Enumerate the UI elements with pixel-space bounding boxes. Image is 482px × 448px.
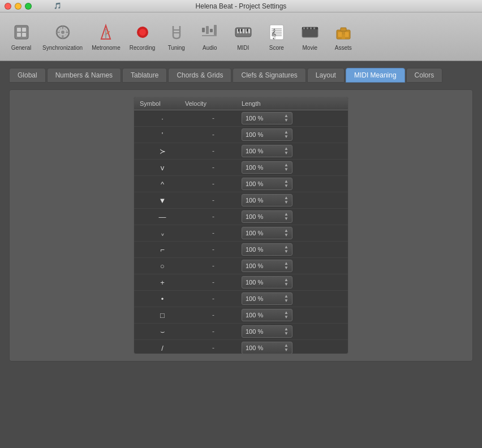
metronome-label: Metronome	[92, 45, 120, 51]
doc-icon: 🎵	[54, 2, 62, 10]
tab-midi-meaning[interactable]: MIDI Meaning	[346, 68, 405, 83]
toolbar-item-score[interactable]: 𝄞 Score	[261, 17, 292, 57]
length-select-7[interactable]: 100 % ▲▼	[242, 227, 292, 239]
toolbar-item-synchronization[interactable]: Synchronization	[39, 17, 86, 57]
length-value: 100 %	[246, 197, 263, 204]
svg-rect-45	[310, 28, 312, 29]
toolbar-item-assets[interactable]: Assets	[328, 17, 359, 57]
length-select-0[interactable]: 100 % ▲▼	[242, 112, 292, 124]
header-velocity: Velocity	[185, 100, 242, 107]
svg-rect-23	[214, 25, 217, 35]
tab-tablature[interactable]: Tablature	[122, 68, 167, 83]
stepper-arrows: ▲▼	[284, 147, 289, 156]
synchronization-icon	[53, 22, 73, 42]
title-bar: 🎵 Helena Beat - Project Settings	[0, 0, 482, 12]
stepper-arrows: ▲▼	[284, 179, 289, 188]
svg-rect-31	[238, 29, 239, 32]
midi-table: Symbol Velocity Length · - 100 % ▲▼ ' - …	[134, 97, 348, 354]
stepper-arrows: ▲▼	[284, 278, 289, 287]
length-value: 100 %	[246, 131, 263, 138]
toolbar-item-metronome[interactable]: Metronome	[88, 17, 124, 57]
table-row: ' - 100 % ▲▼	[134, 127, 348, 143]
general-label: General	[11, 45, 32, 51]
tab-clefs-signatures[interactable]: Clefs & Signatures	[233, 68, 305, 83]
length-select-1[interactable]: 100 % ▲▼	[242, 128, 292, 141]
svg-rect-1	[17, 28, 21, 32]
maximize-button[interactable]	[25, 3, 32, 10]
table-row: ⌣ - 100 % ▲▼	[134, 324, 348, 340]
stepper-arrows: ▲▼	[284, 294, 289, 303]
velocity-cell: -	[185, 278, 242, 286]
minimize-button[interactable]	[15, 3, 21, 10]
symbol-cell: /	[140, 344, 185, 352]
svg-rect-32	[241, 29, 242, 32]
length-select-3[interactable]: 100 % ▲▼	[242, 161, 292, 174]
svg-rect-30	[248, 29, 250, 33]
tab-numbers-names[interactable]: Numbers & Names	[47, 68, 121, 83]
toolbar-item-audio[interactable]: Audio	[194, 17, 225, 57]
table-row: ᵥ - 100 % ▲▼	[134, 225, 348, 242]
header-symbol: Symbol	[140, 100, 185, 107]
velocity-cell: -	[185, 213, 242, 221]
svg-rect-2	[22, 28, 26, 32]
svg-rect-51	[342, 35, 345, 39]
symbol-cell: ⌐	[140, 245, 185, 254]
table-row: ▼ - 100 % ▲▼	[134, 192, 348, 209]
velocity-cell: -	[185, 245, 242, 253]
symbol-cell: —	[140, 213, 185, 221]
length-select-13[interactable]: 100 % ▲▼	[242, 325, 292, 338]
general-icon	[11, 22, 32, 42]
toolbar-item-movie[interactable]: Movie	[294, 17, 325, 57]
stepper-arrows: ▲▼	[284, 212, 289, 221]
tuning-icon	[166, 22, 187, 42]
length-select-11[interactable]: 100 % ▲▼	[242, 292, 292, 305]
length-select-8[interactable]: 100 % ▲▼	[242, 243, 292, 256]
velocity-cell: -	[185, 295, 242, 303]
table-row: • - 100 % ▲▼	[134, 291, 348, 307]
symbol-cell: ^	[140, 180, 185, 188]
velocity-cell: -	[185, 131, 242, 139]
tab-colors[interactable]: Colors	[406, 68, 443, 83]
symbol-cell: □	[140, 311, 185, 320]
svg-text:𝄞: 𝄞	[271, 28, 276, 40]
svg-rect-49	[338, 32, 342, 37]
stepper-arrows: ▲▼	[284, 196, 289, 205]
velocity-cell: -	[185, 196, 242, 204]
close-button[interactable]	[5, 3, 11, 10]
length-value: 100 %	[246, 148, 263, 154]
midi-icon	[233, 22, 253, 42]
length-select-10[interactable]: 100 % ▲▼	[242, 276, 292, 288]
tab-layout[interactable]: Layout	[307, 68, 345, 83]
toolbar-item-midi[interactable]: MIDI	[227, 17, 259, 57]
tab-bar: Global Numbers & Names Tablature Chords …	[9, 68, 473, 83]
audio-label: Audio	[203, 45, 217, 51]
stepper-arrows: ▲▼	[284, 245, 289, 254]
length-value: 100 %	[246, 180, 263, 187]
table-row: v - 100 % ▲▼	[134, 160, 348, 176]
length-select-2[interactable]: 100 % ▲▼	[242, 145, 292, 157]
toolbar-item-recording[interactable]: Recording	[126, 17, 159, 57]
length-select-9[interactable]: 100 % ▲▼	[242, 260, 292, 272]
length-value: 100 %	[246, 295, 263, 302]
velocity-cell: -	[185, 163, 242, 171]
tab-global[interactable]: Global	[9, 68, 46, 83]
midi-label: MIDI	[237, 45, 249, 51]
audio-icon	[200, 22, 220, 42]
symbol-cell: •	[140, 295, 185, 303]
length-select-4[interactable]: 100 % ▲▼	[242, 178, 292, 190]
svg-rect-46	[313, 28, 315, 29]
length-value: 100 %	[246, 312, 263, 318]
velocity-cell: -	[185, 229, 242, 237]
length-value: 100 %	[246, 262, 263, 269]
window-title: Helena Beat - Project Settings	[196, 2, 287, 10]
symbol-cell: '	[140, 131, 185, 139]
length-select-6[interactable]: 100 % ▲▼	[242, 210, 292, 223]
length-select-5[interactable]: 100 % ▲▼	[242, 194, 292, 206]
toolbar-item-tuning[interactable]: Tuning	[161, 17, 192, 57]
length-select-14[interactable]: 100 % ▲▼	[242, 342, 292, 354]
tab-chords-grids[interactable]: Chords & Grids	[168, 68, 231, 83]
stepper-arrows: ▲▼	[284, 163, 289, 172]
table-row: · - 100 % ▲▼	[134, 110, 348, 127]
toolbar-item-general[interactable]: General	[6, 17, 37, 57]
length-select-12[interactable]: 100 % ▲▼	[242, 309, 292, 321]
